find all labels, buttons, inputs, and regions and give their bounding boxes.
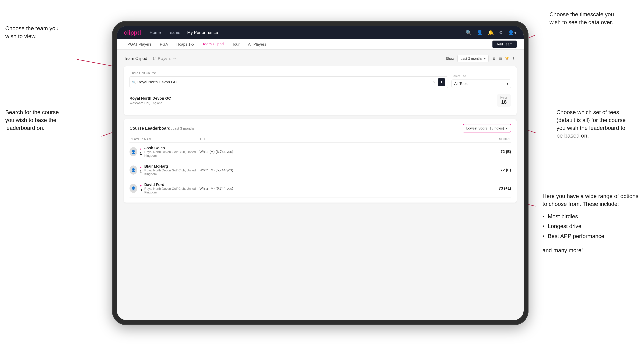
- course-search-input[interactable]: [138, 80, 431, 84]
- nav-home[interactable]: Home: [150, 30, 161, 35]
- tablet-screen: clippd Home Teams My Performance 🔍 👤 🔔 ⚙…: [117, 26, 524, 320]
- search-icon: 🔍: [132, 81, 136, 84]
- app-container: clippd Home Teams My Performance 🔍 👤 🔔 ⚙…: [117, 26, 524, 320]
- settings-icon[interactable]: ⚙: [499, 30, 503, 35]
- tab-pgat-players[interactable]: PGAT Players: [124, 41, 155, 48]
- annotation-bottom-right: Here you have a wide range of options to…: [542, 192, 640, 254]
- table-row: 👤 ♥ 1 Blair McHarg Royal North Devon Gol…: [130, 161, 511, 179]
- download-icon[interactable]: ⬇: [511, 56, 516, 61]
- tee-info: White (M) (6,744 yds): [200, 150, 476, 154]
- navbar: clippd Home Teams My Performance 🔍 👤 🔔 ⚙…: [117, 26, 524, 39]
- user-menu-icon[interactable]: 👤▾: [508, 30, 516, 35]
- show-label: Show:: [446, 57, 456, 61]
- option-drive: Longest drive: [542, 221, 640, 231]
- annotation-top-right: Choose the timescale you wish to see the…: [550, 10, 640, 26]
- heart-icon: ♥: [140, 166, 142, 169]
- player-cell: 👤 ♥ 1 Blair McHarg Royal North Devon Gol…: [130, 164, 200, 176]
- player-club: Royal North Devon Golf Club, United King…: [144, 150, 200, 158]
- annotation-top-left: Choose the team you wish to view.: [5, 24, 58, 40]
- col-score: SCORE: [476, 137, 511, 141]
- avatar: 👤: [130, 184, 137, 193]
- tablet-device: clippd Home Teams My Performance 🔍 👤 🔔 ⚙…: [112, 21, 528, 325]
- course-search-input-wrap: 🔍 ✕ ★: [130, 76, 448, 88]
- score-value: 72 (E): [476, 149, 511, 154]
- list-view-icon[interactable]: ▤: [497, 56, 503, 61]
- edit-team-icon[interactable]: ✏: [173, 56, 176, 61]
- chevron-down-icon: ▾: [506, 81, 508, 86]
- rank-number: 3: [140, 188, 142, 192]
- tab-tour[interactable]: Tour: [228, 41, 243, 48]
- col-player: PLAYER NAME: [130, 137, 200, 141]
- score-type-label: Lowest Score (18 holes): [466, 126, 504, 130]
- select-tee-label: Select Tee: [452, 74, 511, 78]
- leaderboard-header: Course Leaderboard, Last 3 months Lowest…: [130, 124, 511, 133]
- show-dropdown[interactable]: Last 3 months ▾: [458, 55, 488, 62]
- tee-info: White (M) (6,744 yds): [200, 168, 476, 172]
- leaderboard-subtitle: Last 3 months: [172, 127, 194, 130]
- player-count-label: 14 Players: [152, 56, 170, 61]
- score-value: 72 (E): [476, 168, 511, 172]
- player-name: David Ford: [144, 182, 200, 187]
- player-name: Josh Coles: [144, 146, 200, 150]
- chevron-down-icon: ▾: [506, 126, 508, 130]
- player-count: |: [149, 56, 150, 61]
- avatar: 👤: [130, 147, 137, 156]
- favorite-button[interactable]: ★: [438, 78, 446, 86]
- heart-icon: ♥: [140, 148, 142, 151]
- leaderboard-table: PLAYER NAME TEE SCORE 👤 ♥ 1: [130, 136, 511, 198]
- leaderboard-title-group: Course Leaderboard, Last 3 months: [130, 126, 194, 131]
- rank-heart: ♥ 3: [140, 184, 142, 192]
- navbar-right: 🔍 👤 🔔 ⚙ 👤▾: [466, 30, 516, 35]
- player-name: Blair McHarg: [144, 164, 200, 169]
- tab-all-players[interactable]: All Players: [244, 41, 270, 48]
- player-club: Royal North Devon Golf Club, United King…: [144, 169, 200, 176]
- holes-label: Holes: [500, 96, 508, 99]
- tab-team-clippd[interactable]: Team Clippd: [199, 40, 227, 48]
- rank-number: 1: [140, 170, 142, 174]
- subnav: PGAT Players PGA Hcaps 1-5 Team Clippd T…: [117, 39, 524, 50]
- main-content: Team Clippd | 14 Players ✏ Show: Last 3 …: [117, 50, 524, 320]
- profile-icon[interactable]: 👤: [477, 30, 483, 35]
- search-icon[interactable]: 🔍: [466, 30, 472, 35]
- option-birdies: Most birdies: [542, 211, 640, 221]
- team-header: Team Clippd | 14 Players ✏ Show: Last 3 …: [124, 55, 516, 62]
- tab-pga[interactable]: PGA: [156, 41, 171, 48]
- add-team-button[interactable]: Add Team: [492, 40, 516, 48]
- grid-view-icon[interactable]: ⊞: [491, 56, 497, 61]
- avatar: 👤: [130, 166, 137, 174]
- score-type-dropdown[interactable]: Lowest Score (18 holes) ▾: [463, 124, 511, 133]
- holes-number: 18: [500, 99, 508, 105]
- rank-heart: ♥ 1: [140, 148, 142, 156]
- table-row: 👤 ♥ 3 David Ford Royal North Devon Golf …: [130, 179, 511, 198]
- team-title: Team Clippd | 14 Players ✏: [124, 56, 176, 61]
- tee-select-group: Select Tee All Tees ▾: [452, 74, 511, 88]
- view-icons: ⊞ ▤ 🏆 ⬇: [491, 56, 516, 61]
- player-info: David Ford Royal North Devon Golf Club, …: [144, 182, 200, 194]
- leaderboard-title: Course Leaderboard,: [130, 126, 172, 131]
- course-name: Royal North Devon GC: [130, 96, 171, 101]
- col-tee: TEE: [200, 137, 476, 141]
- player-info: Josh Coles Royal North Devon Golf Club, …: [144, 146, 200, 158]
- rank-heart: ♥ 1: [140, 166, 142, 174]
- find-course-group: Find a Golf Course 🔍 ✕ ★: [130, 71, 448, 88]
- table-row: 👤 ♥ 1 Josh Coles Royal North Devon Golf …: [130, 143, 511, 161]
- course-info: Royal North Devon GC Westward Hol, Engla…: [130, 96, 171, 105]
- app-logo: clippd: [124, 29, 141, 36]
- course-search-card: Find a Golf Course 🔍 ✕ ★ Select Tee: [124, 66, 516, 115]
- clear-search-icon[interactable]: ✕: [433, 80, 436, 84]
- nav-teams[interactable]: Teams: [168, 30, 180, 35]
- player-cell: 👤 ♥ 1 Josh Coles Royal North Devon Golf …: [130, 146, 200, 158]
- tee-dropdown[interactable]: All Tees ▾: [452, 79, 511, 88]
- tee-info: White (M) (6,744 yds): [200, 186, 476, 190]
- tab-hcaps[interactable]: Hcaps 1-5: [173, 41, 198, 48]
- nav-my-performance[interactable]: My Performance: [187, 30, 218, 35]
- score-value: 73 (+1): [476, 186, 511, 191]
- annotation-mid-left: Search for the course you wish to base t…: [5, 108, 75, 132]
- heart-icon: ♥: [140, 184, 142, 187]
- player-club: Royal North Devon Golf Club, United King…: [144, 187, 200, 194]
- options-list: Most birdies Longest drive Best APP perf…: [542, 211, 640, 241]
- holes-box: Holes 18: [497, 94, 511, 107]
- trophy-icon[interactable]: 🏆: [504, 56, 510, 61]
- leaderboard-card: Course Leaderboard, Last 3 months Lowest…: [124, 119, 516, 202]
- notification-icon[interactable]: 🔔: [488, 30, 494, 35]
